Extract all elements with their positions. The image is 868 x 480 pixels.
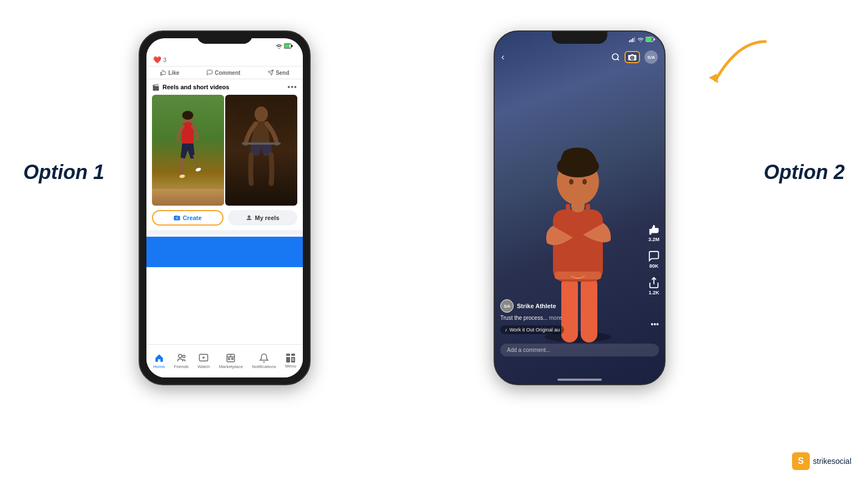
reel-buttons: Create My reels	[146, 206, 303, 230]
status-icons	[276, 43, 293, 49]
comment-label: Comment	[215, 70, 240, 76]
nav-notifications[interactable]: Notifications	[252, 353, 276, 369]
music-note-icon: ♪	[505, 327, 507, 333]
like-label: Like	[168, 70, 179, 76]
tiktok-comment-input[interactable]: Add a comment...	[500, 344, 659, 356]
svg-rect-37	[631, 39, 632, 42]
strike-social-logo: S strikesocial	[792, 452, 851, 470]
svg-point-31	[569, 179, 573, 185]
bottom-nav: Home Friends Watch	[146, 344, 303, 377]
phone1-notch	[197, 32, 252, 44]
tiktok-music: ♪ Work it Out Original au	[500, 325, 564, 334]
comment-button[interactable]: Comment	[206, 69, 240, 76]
svg-rect-41	[646, 38, 652, 41]
more-options-icon[interactable]: •••	[287, 83, 297, 91]
strike-light-text: social	[831, 457, 851, 466]
caption-text: Trust the process...	[500, 315, 547, 321]
profile-initials: S/A	[647, 55, 654, 60]
battery-icon	[284, 43, 293, 49]
video-grid	[146, 95, 303, 206]
tiktok-status-icons	[629, 37, 656, 42]
home-indicator	[557, 379, 602, 381]
comment-icon	[206, 69, 213, 76]
svg-point-43	[612, 54, 618, 60]
video-thumb-runner[interactable]	[152, 95, 224, 206]
svg-rect-4	[292, 45, 293, 47]
gym-figure-icon	[239, 100, 283, 200]
like-button[interactable]: Like	[160, 69, 179, 76]
tiktok-bottom-info: S/A Strike Athlete Trust the process... …	[500, 299, 637, 334]
my-reels-label: My reels	[255, 215, 279, 221]
back-button[interactable]: ‹	[501, 52, 504, 62]
section-title-text: Reels and short videos	[163, 84, 229, 90]
arrow-option2-icon	[682, 30, 771, 103]
tiktok-wifi-icon	[637, 37, 644, 42]
my-reels-button[interactable]: My reels	[228, 210, 297, 226]
video-thumb-gym[interactable]	[225, 95, 297, 206]
send-label: Send	[276, 70, 289, 76]
svg-rect-33	[566, 204, 570, 212]
phone1-screen: ❤️ 3 Like Comment	[146, 38, 303, 377]
camera-icon	[628, 53, 637, 61]
svg-rect-11	[242, 142, 281, 145]
svg-point-16	[248, 216, 251, 218]
create-label: Create	[182, 215, 201, 221]
phone1-wrapper: ❤️ 3 Like Comment	[139, 30, 311, 385]
tiktok-user-row: S/A Strike Athlete	[500, 299, 637, 313]
heart-icon: ❤️	[153, 56, 161, 64]
camera-icon-box[interactable]	[625, 51, 640, 63]
share-count: 1.2K	[648, 290, 659, 295]
tiktok-battery-icon	[646, 37, 656, 42]
search-icon[interactable]	[611, 53, 620, 62]
reaction-bar: ❤️ 3	[146, 54, 303, 66]
nav-watch[interactable]: Watch	[197, 353, 210, 369]
strike-icon-letter: S	[798, 456, 804, 466]
tiktok-profile-icon[interactable]: S/A	[644, 50, 658, 64]
strike-bold-text: strike	[813, 457, 831, 466]
nav-menu[interactable]: S Menu	[285, 354, 296, 369]
section-header: 🎬 Reels and short videos •••	[146, 79, 303, 95]
tiktok-share-icon	[648, 277, 660, 289]
svg-point-22	[229, 358, 230, 360]
create-button[interactable]: Create	[152, 210, 224, 226]
svg-point-18	[182, 355, 185, 358]
nav-home[interactable]: Home	[153, 353, 165, 369]
nav-marketplace[interactable]: Marketplace	[219, 353, 243, 369]
tiktok-top-nav: ‹	[495, 47, 664, 67]
nav-notifications-label: Notifications	[252, 364, 276, 369]
watch-nav-icon	[199, 353, 209, 363]
like-action[interactable]: 3.2M	[648, 223, 660, 242]
comment-placeholder: Add a comment...	[507, 347, 550, 353]
tiktok-status-bar	[495, 32, 664, 47]
share-action[interactable]: 1.2K	[648, 277, 660, 295]
strike-logo-icon: S	[792, 452, 810, 470]
nav-watch-label: Watch	[197, 364, 210, 369]
svg-rect-15	[176, 216, 177, 217]
svg-rect-34	[586, 204, 590, 212]
reels-icon: 🎬	[152, 84, 160, 91]
svg-point-14	[176, 217, 178, 219]
svg-rect-36	[629, 40, 630, 42]
caption-more[interactable]: more	[549, 315, 562, 321]
option1-label: Option 1	[23, 161, 104, 184]
avatar-initials: S/A	[504, 304, 510, 308]
tiktok-caption: Trust the process... more	[500, 315, 637, 321]
menu-nav-icon: S	[286, 354, 295, 362]
nav-menu-label: Menu	[285, 364, 296, 369]
send-icon	[267, 69, 274, 76]
marketplace-nav-icon	[226, 353, 236, 363]
phone2-frame: ‹	[494, 30, 666, 385]
nav-friends[interactable]: Friends	[174, 353, 189, 369]
tiktok-more-options[interactable]: •••	[651, 320, 659, 329]
svg-point-10	[255, 106, 268, 122]
action-bar: Like Comment Send	[146, 66, 303, 79]
tiktok-avatar: S/A	[500, 299, 514, 313]
send-button[interactable]: Send	[267, 69, 289, 76]
reaction-count: 3	[163, 57, 166, 63]
phone2-screen: ‹	[495, 32, 664, 384]
svg-point-32	[582, 179, 587, 185]
comment-action[interactable]: 80K	[648, 250, 660, 269]
svg-point-7	[182, 111, 194, 120]
like-icon	[160, 69, 166, 76]
svg-point-17	[179, 354, 182, 358]
